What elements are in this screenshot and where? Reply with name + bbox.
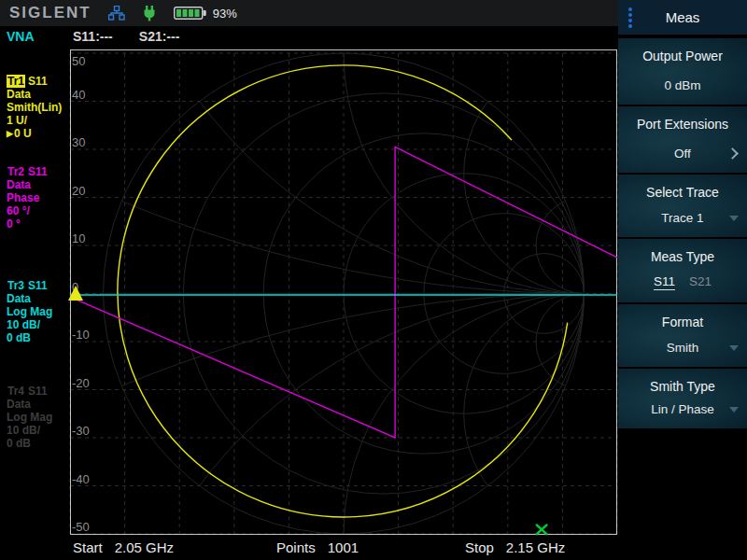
trace3-source: Data [7,292,52,305]
menu-title: Meas [666,9,700,25]
trace4-param: S11 [28,385,48,398]
svg-text:-20: -20 [72,376,90,390]
dropdown-arrow-icon [729,216,739,221]
trace2-id-badge: Tr2 [7,165,25,178]
reference-position-arrow-icon: ▶ [7,129,13,138]
svg-text:20: 20 [72,184,85,198]
s11-status: S11:--- [73,29,113,44]
start-freq-label: Start [73,539,103,555]
svg-text:-40: -40 [72,472,90,486]
channel-status-line: S11:---S21:--- [73,29,205,44]
svg-text:0: 0 [72,280,78,294]
trace1-format: Smith(Lin) [7,101,62,114]
trace1-source: Data [7,88,62,101]
trace-annotation-tr4[interactable]: Tr4S11 Data Log Mag 10 dB/ 0 dB [7,385,52,450]
dropdown-arrow-icon [729,345,739,351]
meas-type-label: Meas Type [618,249,747,264]
trace3-reference: 0 dB [7,331,52,344]
select-trace-label: Select Trace [618,185,747,200]
trace3-id-badge: Tr3 [7,279,25,292]
trace1-scale: 1 U/ [7,114,62,127]
trace1-id-badge: Tr1 [7,75,25,88]
siglent-logo: SIGLENT [9,4,92,22]
vna-mode-label: VNA [7,29,35,44]
format-value: Smith [618,341,747,355]
trace-annotation-tr1[interactable]: Tr1S11 Data Smith(Lin) 1 U/ ▶0 U [7,75,62,140]
trace2-param: S11 [28,165,48,178]
battery-icon [174,6,207,21]
trace4-source: Data [7,398,52,411]
svg-text:30: 30 [72,135,85,149]
points-value: 1001 [328,539,359,555]
power-plug-icon [142,6,157,21]
menu-title-bar: Meas [618,0,747,35]
meas-soft-menu: Meas Output Power 0 dBm Port Extensions … [618,0,747,560]
trace-annotation-tr2[interactable]: Tr2S11 Data Phase 60 °/ 0 ° [7,165,48,231]
points-label: Points [276,539,316,555]
smith-type-value: Lin / Phase [618,402,747,416]
svg-text:40: 40 [72,88,85,102]
format-dropdown[interactable]: Format Smith [618,304,747,367]
trace4-format: Log Mag [7,411,52,424]
trace-annotation-tr3[interactable]: Tr3S11 Data Log Mag 10 dB/ 0 dB [7,279,52,344]
trace4-scale: 10 dB/ [7,424,52,437]
trace2-source: Data [7,178,48,191]
select-trace-dropdown[interactable]: Select Trace Trace 1 [618,175,747,237]
trace2-reference: 0 ° [7,217,48,231]
trace1-reference: 0 U [14,127,32,140]
battery-percentage: 93% [213,7,237,21]
trace3-scale: 10 dB/ [7,318,52,331]
trace2-format: Phase [7,191,48,204]
stop-freq-label: Stop [465,539,494,555]
select-trace-value: Trace 1 [618,211,747,225]
trace3-format: Log Mag [7,305,52,318]
output-power-button[interactable]: Output Power 0 dBm [618,38,747,105]
svg-text:-10: -10 [72,328,90,342]
svg-text:-30: -30 [72,424,90,438]
smith-type-dropdown[interactable]: Smith Type Lin / Phase [618,369,747,428]
output-power-label: Output Power [618,49,747,63]
trace1-param: S11 [28,75,48,88]
meas-type-option-s11[interactable]: S11 [654,274,675,290]
trace4-id-badge: Tr4 [7,385,25,398]
menu-dots-icon[interactable] [628,7,632,28]
stop-freq-value: 2.15 GHz [506,539,565,555]
trace2-scale: 60 °/ [7,204,48,217]
dropdown-arrow-icon [729,407,739,413]
start-freq-value: 2.05 GHz [115,539,174,555]
trace3-param: S11 [28,279,48,292]
port-extensions-button[interactable]: Port Extensions Off [618,106,747,173]
format-label: Format [618,315,747,329]
svg-text:10: 10 [72,231,85,245]
meas-type-option-s21[interactable]: S21 [689,274,712,290]
trace4-reference: 0 dB [7,437,52,450]
s21-status: S21:--- [139,29,180,44]
svg-text:50: 50 [72,54,85,68]
meas-type-selector[interactable]: Meas Type S11 S21 [618,239,747,302]
output-power-value: 0 dBm [618,78,747,92]
svg-text:-50: -50 [72,520,90,534]
smith-type-label: Smith Type [618,379,747,394]
lan-network-icon [108,6,125,21]
port-extensions-label: Port Extensions [618,117,747,132]
